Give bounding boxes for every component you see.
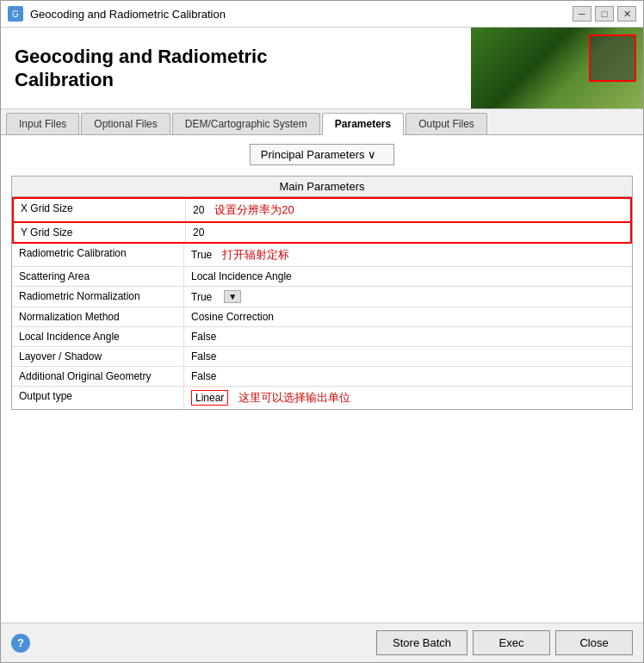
exec-button[interactable]: Exec (473, 630, 550, 655)
minimize-button[interactable]: ─ (573, 6, 591, 22)
label-radiometric-normalization: Radiometric Normalization (12, 287, 184, 307)
footer-left: ? (11, 634, 30, 653)
tab-output-files[interactable]: Output Files (406, 113, 487, 134)
row-scattering-area: Scattering Area Local Incidence Angle (12, 267, 632, 287)
title-bar: G Geocoding and Radiometric Calibration … (1, 1, 643, 28)
row-x-grid-size: X Grid Size 20 设置分辨率为20 (12, 197, 632, 223)
value-additional-original-geometry: False (184, 367, 632, 386)
label-output-type: Output type (12, 387, 184, 409)
params-dropdown-row: Principal Parameters ∨ (11, 144, 633, 165)
main-content: Principal Parameters ∨ Main Parameters X… (1, 135, 643, 623)
value-radiometric-calibration: True 打开辐射定标 (184, 244, 632, 266)
close-button[interactable]: Close (555, 630, 633, 655)
row-radiometric-calibration: Radiometric Calibration True 打开辐射定标 (12, 244, 632, 267)
row-radiometric-normalization: Radiometric Normalization True ▼ (12, 287, 632, 307)
tab-dem-cartographic[interactable]: DEM/Cartographic System (172, 113, 320, 134)
maximize-button[interactable]: □ (595, 6, 614, 22)
header-image (471, 28, 643, 108)
label-radiometric-calibration: Radiometric Calibration (12, 244, 184, 266)
window-title: Geocoding and Radiometric Calibration (30, 8, 566, 21)
row-local-incidence-angle: Local Incidence Angle False (12, 327, 632, 347)
label-layover-shadow: Layover / Shadow (12, 347, 184, 366)
value-scattering-area: Local Incidence Angle (184, 267, 632, 286)
value-radiometric-normalization: True ▼ (184, 287, 632, 307)
value-local-incidence-angle: False (184, 327, 632, 346)
label-scattering-area: Scattering Area (12, 267, 184, 286)
help-button[interactable]: ? (11, 634, 30, 653)
store-batch-button[interactable]: Store Batch (376, 630, 468, 655)
app-icon: G (8, 6, 23, 22)
header-banner: Geocoding and Radiometric Calibration (1, 28, 643, 109)
label-local-incidence-angle: Local Incidence Angle (12, 327, 184, 346)
value-normalization-method: Cosine Correction (184, 307, 632, 326)
params-table: Main Parameters X Grid Size 20 设置分辨率为20 … (11, 176, 633, 410)
header-title: Geocoding and Radiometric Calibration (15, 45, 267, 92)
image-overlay-box (589, 34, 636, 82)
label-additional-original-geometry: Additional Original Geometry (12, 367, 184, 386)
label-y-grid-size: Y Grid Size (14, 223, 186, 242)
row-additional-original-geometry: Additional Original Geometry False (12, 367, 632, 387)
header-image-inner (471, 28, 643, 108)
label-normalization-method: Normalization Method (12, 307, 184, 326)
label-x-grid-size: X Grid Size (14, 199, 186, 221)
tab-optional-files[interactable]: Optional Files (81, 113, 170, 134)
footer-buttons: Store Batch Exec Close (376, 630, 633, 655)
close-button[interactable]: ✕ (617, 6, 636, 22)
row-layover-shadow: Layover / Shadow False (12, 347, 632, 367)
value-layover-shadow: False (184, 347, 632, 366)
output-type-value: Linear (191, 390, 228, 406)
row-output-type: Output type Linear 这里可以选择输出单位 (12, 387, 632, 409)
content-spacer (11, 417, 633, 614)
table-header: Main Parameters (12, 177, 632, 197)
main-window: G Geocoding and Radiometric Calibration … (0, 0, 644, 663)
value-output-type: Linear 这里可以选择输出单位 (184, 387, 632, 409)
tabs-row: Input Files Optional Files DEM/Cartograp… (1, 109, 643, 135)
footer: ? Store Batch Exec Close (1, 623, 643, 662)
radiometric-normalization-dropdown[interactable]: ▼ (224, 290, 241, 303)
value-x-grid-size: 20 设置分辨率为20 (186, 199, 630, 221)
tab-input-files[interactable]: Input Files (6, 113, 79, 134)
value-y-grid-size: 20 (186, 223, 630, 242)
tab-parameters[interactable]: Parameters (322, 113, 404, 135)
principal-params-dropdown[interactable]: Principal Parameters ∨ (250, 144, 394, 165)
window-controls: ─ □ ✕ (573, 6, 636, 22)
row-normalization-method: Normalization Method Cosine Correction (12, 307, 632, 327)
header-text: Geocoding and Radiometric Calibration (1, 28, 471, 108)
row-y-grid-size: Y Grid Size 20 (12, 223, 632, 244)
